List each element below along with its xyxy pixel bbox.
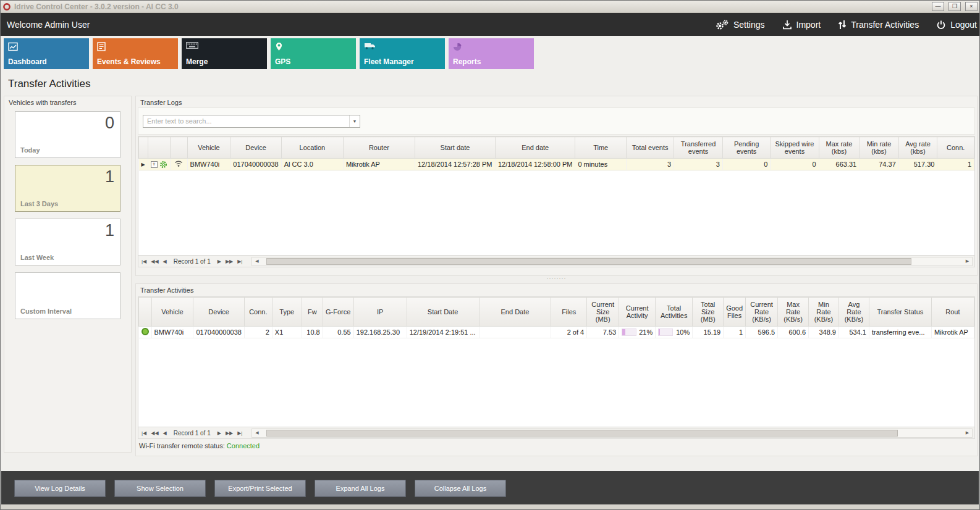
logs-col-conn[interactable]: Conn. (937, 137, 974, 159)
acts-col-current-activity[interactable]: Current Activity (619, 298, 656, 327)
close-button[interactable]: × (965, 2, 978, 11)
logs-col-location[interactable]: Location (281, 137, 343, 159)
tab-fleet-manager[interactable]: Fleet Manager (360, 38, 445, 69)
acts-col-gforce[interactable]: G-Force (323, 298, 353, 327)
pager-last-button[interactable]: ▶| (236, 259, 243, 264)
acts-col-router[interactable]: Rout (931, 298, 974, 327)
log-device: 017040000038 (230, 159, 281, 170)
acts-col-max-rate[interactable]: Max Rate (KB/s) (778, 298, 809, 327)
import-label: Import (796, 20, 821, 30)
pager-first-button[interactable]: |◀ (140, 259, 148, 264)
tab-events-reviews[interactable]: Events & Reviews (93, 38, 178, 69)
acts-col-total-size[interactable]: Total Size (MB) (693, 298, 724, 327)
pager-prev-group-button[interactable]: ◀◀ (150, 259, 159, 264)
logs-col-device[interactable]: Device (230, 137, 281, 159)
expand-all-logs-button[interactable]: Expand All Logs (315, 480, 406, 497)
pager-prev-group-button[interactable]: ◀◀ (150, 430, 159, 436)
tab-dashboard[interactable]: Dashboard (4, 38, 89, 69)
import-button[interactable]: Import (782, 20, 821, 30)
scroll-left-icon[interactable]: ◀ (252, 430, 261, 435)
pager-prev-button[interactable]: ◀ (162, 259, 168, 264)
pager-prev-button[interactable]: ◀ (162, 430, 168, 436)
logs-col-min-rate[interactable]: Min rate (kbs) (860, 137, 899, 159)
minimize-button[interactable]: — (932, 2, 944, 11)
log-pending-events: 0 (722, 159, 770, 170)
acts-col-transfer-status[interactable]: Transfer Status (869, 298, 931, 327)
panel-splitter[interactable]: ········ (135, 277, 978, 282)
logs-col-transferred-events[interactable]: Transferred events (674, 137, 723, 159)
filter-card-today[interactable]: 0 Today (15, 111, 120, 158)
view-log-details-button[interactable]: View Log Details (14, 480, 106, 497)
transfer-activity-row[interactable]: BMW740i 017040000038 2 X1 10.8 0.55 192.… (139, 327, 974, 338)
pager-last-button[interactable]: ▶| (236, 430, 243, 436)
tab-merge-label: Merge (186, 57, 208, 66)
tab-merge[interactable]: Merge (182, 38, 267, 69)
collapse-all-logs-button[interactable]: Collapse All Logs (415, 480, 506, 497)
acts-col-device[interactable]: Device (193, 298, 244, 327)
activities-scroll-thumb[interactable] (266, 430, 897, 437)
acts-col-total-activities[interactable]: Total Activities (656, 298, 693, 327)
pager-next-button[interactable]: ▶ (216, 259, 222, 264)
acts-col-avg-rate[interactable]: Avg Rate (KB/s) (838, 298, 869, 327)
logs-col-vehicle[interactable]: Vehicle (187, 137, 230, 159)
acts-col-vehicle[interactable]: Vehicle (151, 298, 193, 327)
search-input[interactable] (143, 115, 349, 127)
logs-col-total-events[interactable]: Total events (626, 137, 674, 159)
acts-col-files[interactable]: Files (551, 298, 587, 327)
logs-col-end-date[interactable]: End date (495, 137, 575, 159)
logs-col-start-date[interactable]: Start date (415, 137, 495, 159)
logs-col-time[interactable]: Time (575, 137, 627, 159)
logs-horizontal-scrollbar[interactable]: ◀ ▶ (251, 257, 973, 266)
logs-scroll-track[interactable] (261, 257, 963, 265)
pager-next-button[interactable]: ▶ (216, 430, 222, 436)
tab-reports[interactable]: Reports (449, 38, 534, 69)
maximize-button[interactable]: ❒ (948, 2, 961, 11)
log-transferred-events: 3 (674, 159, 723, 170)
nav-tiles: Dashboard Events & Reviews Merge GPS (1, 36, 979, 69)
logout-button[interactable]: Logout (936, 20, 977, 30)
logs-scroll-thumb[interactable] (266, 258, 911, 265)
show-selection-button[interactable]: Show Selection (114, 480, 206, 497)
filter-card-custom-interval[interactable]: Custom Interval (15, 272, 120, 319)
acts-col-conn[interactable]: Conn. (244, 298, 272, 327)
pager-first-button[interactable]: |◀ (140, 430, 148, 436)
activities-scroll-track[interactable] (261, 429, 963, 437)
acts-col-end-date[interactable]: End Date (479, 298, 551, 327)
logs-col-wifi (170, 137, 187, 159)
acts-col-current-rate[interactable]: Current Rate (KB/s) (746, 298, 778, 327)
acts-col-fw[interactable]: Fw (302, 298, 323, 327)
today-label: Today (20, 146, 40, 154)
today-count: 0 (105, 114, 114, 133)
pager-next-group-button[interactable]: ▶▶ (224, 259, 234, 264)
acts-col-start-date[interactable]: Start Date (407, 298, 479, 327)
export-print-selected-button[interactable]: Export/Print Selected (214, 480, 306, 497)
dropdown-arrow-icon[interactable]: ▼ (349, 115, 360, 127)
acts-col-ip[interactable]: IP (353, 298, 407, 327)
filter-card-last-3-days[interactable]: 1 Last 3 Days (15, 165, 120, 212)
scroll-right-icon[interactable]: ▶ (963, 259, 972, 264)
filter-card-last-week[interactable]: 1 Last Week (15, 219, 120, 265)
settings-button[interactable]: Settings (714, 19, 765, 30)
vehicles-with-transfers-panel: Vehicles with transfers 0 Today 1 Last 3… (4, 96, 132, 453)
expand-row-icon[interactable]: + (151, 161, 158, 168)
logs-col-router[interactable]: Router (343, 137, 415, 159)
tab-gps[interactable]: GPS (271, 38, 356, 69)
activities-horizontal-scrollbar[interactable]: ◀ ▶ (251, 428, 973, 438)
transfer-log-row[interactable]: ▶ + B (139, 159, 974, 170)
gps-pin-icon (275, 42, 283, 51)
logs-col-skipped-wire-events[interactable]: Skipped wire events (771, 137, 819, 159)
pager-next-group-button[interactable]: ▶▶ (224, 430, 234, 436)
logs-col-pending-events[interactable]: Pending events (722, 137, 770, 159)
app-icon (2, 2, 11, 11)
act-min-rate: 348.9 (809, 327, 839, 338)
scroll-left-icon[interactable]: ◀ (252, 259, 261, 264)
acts-col-current-size[interactable]: Current Size (MB) (587, 298, 619, 327)
logs-col-avg-rate[interactable]: Avg rate (kbs) (898, 137, 937, 159)
scroll-right-icon[interactable]: ▶ (963, 430, 972, 435)
acts-col-type[interactable]: Type (272, 298, 302, 327)
acts-col-good-files[interactable]: Good Files (724, 298, 746, 327)
transfer-activities-panel: Transfer Activities Vehicle Device Conn.… (135, 283, 978, 456)
logs-col-max-rate[interactable]: Max rate (kbs) (819, 137, 860, 159)
acts-col-min-rate[interactable]: Min Rate (KB/s) (809, 298, 839, 327)
transfer-activities-button[interactable]: Transfer Activities (838, 20, 919, 30)
